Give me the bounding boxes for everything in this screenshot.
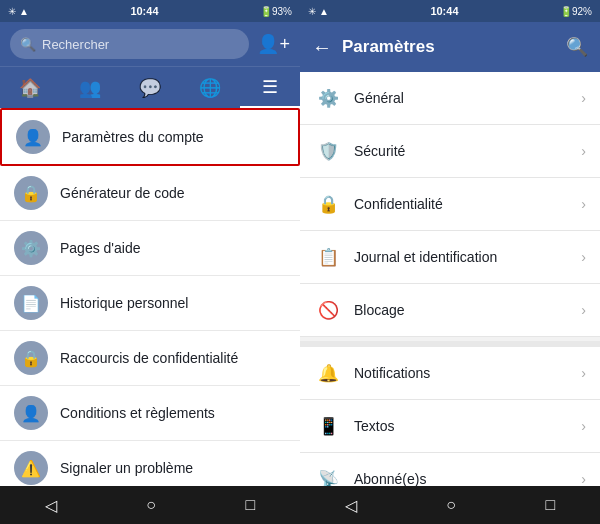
security-chevron: › xyxy=(581,143,586,159)
settings-item-blocking[interactable]: 🚫 Blocage › xyxy=(300,284,600,337)
left-panel: ✳ ▲ 10:44 🔋93% 🔍 Rechercher 👤+ 🏠 👥 💬 🌐 ☰… xyxy=(0,0,300,524)
tab-globe[interactable]: 🌐 xyxy=(180,67,240,108)
settings-item-timeline[interactable]: 📋 Journal et identification › xyxy=(300,231,600,284)
left-nav-tabs: 🏠 👥 💬 🌐 ☰ xyxy=(0,66,300,108)
add-friend-icon[interactable]: 👤+ xyxy=(257,33,290,55)
blocking-label: Blocage xyxy=(354,302,581,318)
privacy-shortcuts-icon: 🔒 xyxy=(14,341,48,375)
notifications-icon: 🔔 xyxy=(314,359,342,387)
general-icon: ⚙️ xyxy=(314,84,342,112)
general-label: Général xyxy=(354,90,581,106)
menu-item-terms[interactable]: 👤 Conditions et règlements xyxy=(0,386,300,441)
right-search-icon[interactable]: 🔍 xyxy=(566,36,588,58)
right-status-time: 10:44 xyxy=(430,5,458,17)
notifications-chevron: › xyxy=(581,365,586,381)
notifications-label: Notifications xyxy=(354,365,581,381)
security-icon: 🛡️ xyxy=(314,137,342,165)
right-status-bar: ✳ ▲ 10:44 🔋92% xyxy=(300,0,600,22)
timeline-label: Journal et identification xyxy=(354,249,581,265)
subscribers-chevron: › xyxy=(581,471,586,486)
timeline-chevron: › xyxy=(581,249,586,265)
privacy-icon: 🔒 xyxy=(314,190,342,218)
settings-item-privacy[interactable]: 🔒 Confidentialité › xyxy=(300,178,600,231)
left-status-right-icons: 🔋93% xyxy=(260,6,292,17)
settings-list: ⚙️ Général › 🛡️ Sécurité › 🔒 Confidentia… xyxy=(300,72,600,486)
settings-item-notifications[interactable]: 🔔 Notifications › xyxy=(300,347,600,400)
left-android-nav: ◁ ○ □ xyxy=(0,486,300,524)
search-icon: 🔍 xyxy=(20,37,36,52)
menu-item-privacy-shortcuts[interactable]: 🔒 Raccourcis de confidentialité xyxy=(0,331,300,386)
right-status-left-icons: ✳ ▲ xyxy=(308,6,329,17)
left-status-time: 10:44 xyxy=(130,5,158,17)
right-bluetooth-icon: ✳ xyxy=(308,6,316,17)
general-chevron: › xyxy=(581,90,586,106)
help-pages-icon: ⚙️ xyxy=(14,231,48,265)
sms-label: Textos xyxy=(354,418,581,434)
settings-item-subscribers[interactable]: 📡 Abonné(e)s › xyxy=(300,453,600,486)
left-menu-list: 👤 Paramètres du compte 🔒 Générateur de c… xyxy=(0,108,300,486)
terms-icon: 👤 xyxy=(14,396,48,430)
subscribers-label: Abonné(e)s xyxy=(354,471,581,486)
tab-menu[interactable]: ☰ xyxy=(240,67,300,108)
settings-section-1: ⚙️ Général › 🛡️ Sécurité › 🔒 Confidentia… xyxy=(300,72,600,337)
right-back-button[interactable]: ◁ xyxy=(329,492,373,519)
right-signal-icon: ▲ xyxy=(319,6,329,17)
left-search-bar: 🔍 Rechercher 👤+ xyxy=(0,22,300,66)
activity-log-label: Historique personnel xyxy=(60,295,188,311)
settings-section-2: 🔔 Notifications › 📱 Textos › 📡 Abonné(e)… xyxy=(300,347,600,486)
code-generator-label: Générateur de code xyxy=(60,185,185,201)
right-panel: ✳ ▲ 10:44 🔋92% ← Paramètres 🔍 ⚙️ Général… xyxy=(300,0,600,524)
menu-item-help-pages[interactable]: ⚙️ Pages d'aide xyxy=(0,221,300,276)
search-field-wrapper[interactable]: 🔍 Rechercher xyxy=(10,29,249,59)
settings-item-general[interactable]: ⚙️ Général › xyxy=(300,72,600,125)
tab-home[interactable]: 🏠 xyxy=(0,67,60,108)
right-home-button[interactable]: ○ xyxy=(430,492,472,518)
settings-item-security[interactable]: 🛡️ Sécurité › xyxy=(300,125,600,178)
code-generator-icon: 🔒 xyxy=(14,176,48,210)
privacy-chevron: › xyxy=(581,196,586,212)
timeline-icon: 📋 xyxy=(314,243,342,271)
security-label: Sécurité xyxy=(354,143,581,159)
sms-chevron: › xyxy=(581,418,586,434)
recent-button[interactable]: □ xyxy=(230,492,272,518)
right-status-right-icons: 🔋92% xyxy=(560,6,592,17)
search-placeholder-text: Rechercher xyxy=(42,37,109,52)
back-arrow-icon[interactable]: ← xyxy=(312,36,332,59)
back-button[interactable]: ◁ xyxy=(29,492,73,519)
menu-item-code-generator[interactable]: 🔒 Générateur de code xyxy=(0,166,300,221)
activity-log-icon: 📄 xyxy=(14,286,48,320)
account-settings-label: Paramètres du compte xyxy=(62,129,204,145)
tab-messages[interactable]: 💬 xyxy=(120,67,180,108)
subscribers-icon: 📡 xyxy=(314,465,342,486)
battery-icon: 🔋93% xyxy=(260,6,292,17)
privacy-shortcuts-label: Raccourcis de confidentialité xyxy=(60,350,238,366)
account-settings-icon: 👤 xyxy=(16,120,50,154)
menu-item-account-settings[interactable]: 👤 Paramètres du compte xyxy=(0,108,300,166)
report-problem-label: Signaler un problème xyxy=(60,460,193,476)
right-android-nav: ◁ ○ □ xyxy=(300,486,600,524)
privacy-label: Confidentialité xyxy=(354,196,581,212)
right-header: ← Paramètres 🔍 xyxy=(300,22,600,72)
sms-icon: 📱 xyxy=(314,412,342,440)
signal-icon: ▲ xyxy=(19,6,29,17)
left-status-left-icons: ✳ ▲ xyxy=(8,6,29,17)
report-problem-icon: ⚠️ xyxy=(14,451,48,485)
blocking-chevron: › xyxy=(581,302,586,318)
bluetooth-icon: ✳ xyxy=(8,6,16,17)
settings-title: Paramètres xyxy=(342,37,556,57)
menu-item-report-problem[interactable]: ⚠️ Signaler un problème xyxy=(0,441,300,486)
blocking-icon: 🚫 xyxy=(314,296,342,324)
help-pages-label: Pages d'aide xyxy=(60,240,141,256)
home-button[interactable]: ○ xyxy=(130,492,172,518)
right-battery-icon: 🔋92% xyxy=(560,6,592,17)
tab-friends[interactable]: 👥 xyxy=(60,67,120,108)
menu-item-activity-log[interactable]: 📄 Historique personnel xyxy=(0,276,300,331)
right-recent-button[interactable]: □ xyxy=(530,492,572,518)
terms-label: Conditions et règlements xyxy=(60,405,215,421)
settings-item-sms[interactable]: 📱 Textos › xyxy=(300,400,600,453)
left-status-bar: ✳ ▲ 10:44 🔋93% xyxy=(0,0,300,22)
